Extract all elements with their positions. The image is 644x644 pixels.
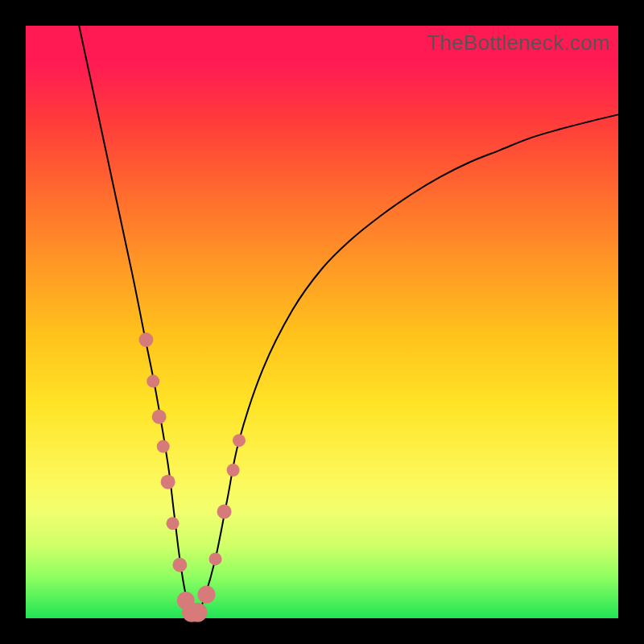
chart-svg-layer — [26, 26, 618, 618]
highlighted-point — [188, 603, 207, 622]
highlighted-point — [161, 475, 175, 489]
highlighted-point — [147, 375, 159, 388]
chart-plot-area: TheBottleneck.com — [26, 26, 618, 618]
bottleneck-curve — [79, 26, 618, 614]
chart-outer-frame: TheBottleneck.com — [0, 0, 644, 644]
highlighted-points-group — [138, 332, 246, 622]
highlighted-point — [217, 505, 232, 519]
highlighted-point — [172, 558, 187, 572]
highlighted-point — [138, 332, 153, 347]
highlighted-point — [209, 552, 222, 565]
highlighted-point — [152, 410, 167, 424]
highlighted-point — [167, 517, 180, 530]
highlighted-point — [227, 464, 240, 477]
highlighted-point — [233, 434, 246, 447]
highlighted-point — [157, 440, 170, 453]
highlighted-point — [197, 586, 215, 604]
